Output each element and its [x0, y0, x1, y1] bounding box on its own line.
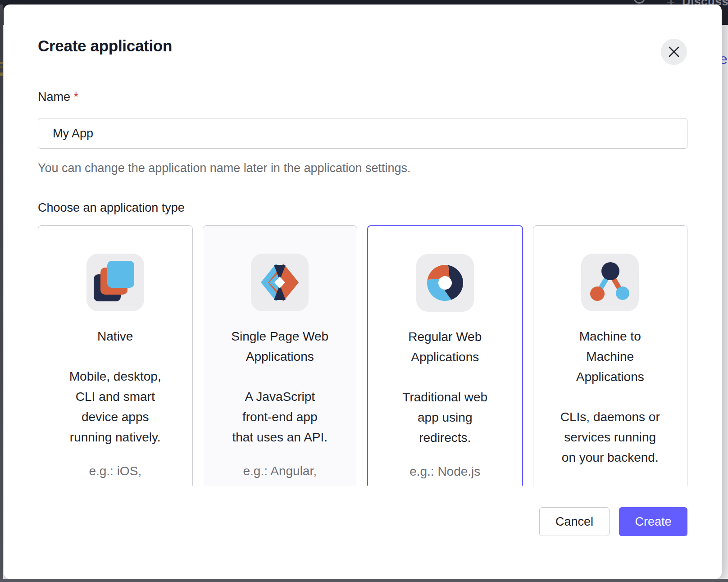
- card-description: CLIs, daemons or services running on you…: [560, 407, 660, 468]
- swirl-donut-icon: [417, 255, 473, 311]
- close-button[interactable]: [661, 39, 687, 65]
- modal-title: Create application: [38, 37, 172, 55]
- card-title: Machine to Machine Applications: [576, 326, 644, 387]
- background-link-fragment[interactable]: e: [722, 51, 728, 68]
- application-type-heading: Choose an application type: [38, 201, 185, 215]
- create-button[interactable]: Create: [619, 507, 687, 536]
- card-native[interactable]: Native Mobile, desktop, CLI and smart de…: [38, 225, 193, 486]
- card-machine-to-machine[interactable]: Machine to Machine Applications CLIs, da…: [533, 225, 688, 486]
- search-icon[interactable]: [633, 0, 645, 4]
- network-nodes-icon: [582, 255, 638, 310]
- card-description: Traditional web app using redirects.: [402, 387, 487, 448]
- dual-diamond-icon: [252, 255, 308, 310]
- card-description: A JavaScript front-end app that uses an …: [232, 386, 328, 447]
- left-edge-gold-dash: [0, 73, 3, 76]
- page-left-edge: [0, 5, 3, 579]
- app-name-input[interactable]: [38, 118, 687, 149]
- name-label-text: Name: [38, 90, 70, 104]
- create-application-modal: Create application Name * You can change…: [4, 5, 722, 579]
- card-example: e.g.: Shell script: [565, 481, 655, 486]
- close-icon: [668, 46, 680, 58]
- card-title: Native: [97, 326, 133, 346]
- screen: Discuss e Create application Name * You …: [0, 0, 728, 582]
- card-regular-web[interactable]: Regular Web Applications Traditional web…: [367, 225, 523, 486]
- cancel-button[interactable]: Cancel: [539, 507, 610, 536]
- left-edge-gold-dash: [0, 66, 3, 68]
- page-bottom-edge: [0, 579, 728, 582]
- name-label: Name *: [38, 90, 78, 104]
- m2m-icon-box: [581, 254, 639, 311]
- card-description: Mobile, desktop, CLI and smart device ap…: [69, 366, 161, 447]
- regular-web-icon-box: [416, 254, 474, 312]
- native-icon-box: [86, 254, 144, 311]
- card-example: e.g.: Node.js Express: [410, 461, 480, 486]
- card-example: e.g.: Angular, React, Vue: [243, 461, 317, 486]
- application-type-cards: Native Mobile, desktop, CLI and smart de…: [38, 225, 687, 486]
- required-asterisk: *: [74, 90, 79, 104]
- card-title: Single Page Web Applications: [231, 326, 328, 367]
- card-example: e.g.: iOS, Electron, Apple: [73, 461, 158, 486]
- spa-icon-box: [251, 254, 309, 311]
- card-single-page-web[interactable]: Single Page Web Applications A JavaScrip…: [203, 225, 358, 486]
- stacked-squares-icon: [87, 255, 143, 310]
- page-right-edge: e: [722, 25, 728, 579]
- application-type-cards-viewport: Native Mobile, desktop, CLI and smart de…: [38, 225, 687, 486]
- navbar-divider-tick: [667, 2, 674, 3]
- name-help-text: You can change the application name late…: [38, 161, 411, 175]
- left-edge-gold-dash: [0, 62, 3, 64]
- card-title: Regular Web Applications: [408, 327, 482, 367]
